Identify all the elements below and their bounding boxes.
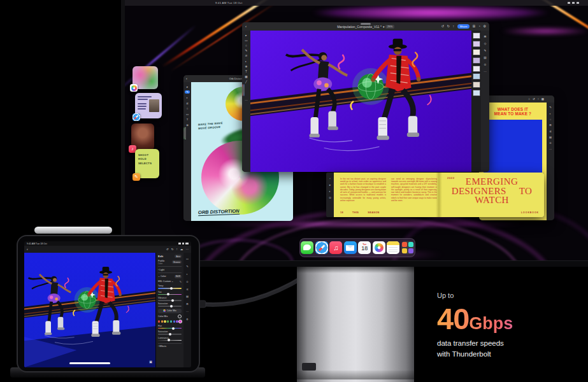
toolbar-icon[interactable]: ○ bbox=[528, 97, 530, 101]
nav-icon[interactable]: ☁ bbox=[180, 248, 183, 251]
temp-slider[interactable]: Temp bbox=[158, 285, 182, 290]
layer-thumbnail[interactable] bbox=[473, 81, 480, 88]
tool-icon[interactable]: ✎ bbox=[185, 90, 190, 94]
target-icon[interactable] bbox=[178, 315, 182, 318]
safari-icon[interactable] bbox=[315, 241, 328, 254]
toolbar-icon[interactable]: ◔ bbox=[478, 24, 480, 28]
wifi-icon[interactable] bbox=[568, 2, 570, 4]
color-mix-dot[interactable] bbox=[170, 320, 172, 323]
hue-slider[interactable]: Hue bbox=[158, 325, 182, 330]
tool-icon[interactable]: ≋ bbox=[245, 54, 248, 57]
color-mix-dot[interactable] bbox=[167, 320, 169, 323]
mail-icon[interactable] bbox=[344, 241, 357, 254]
layer-thumbnail[interactable] bbox=[473, 66, 480, 72]
panel-icon[interactable]: ⊞ bbox=[484, 35, 487, 38]
layer-thumbnail[interactable] bbox=[473, 73, 480, 80]
app-library-icon[interactable] bbox=[401, 241, 414, 254]
tool-icon[interactable]: ▭ bbox=[186, 257, 189, 260]
lightroom-photo-canvas[interactable]: ▣ bbox=[24, 253, 155, 367]
history-icon[interactable]: ↑ bbox=[453, 24, 455, 28]
tool-icon[interactable]: ▸ bbox=[185, 85, 190, 88]
light-section[interactable]: › Light bbox=[158, 269, 182, 271]
history-icon[interactable]: ↻ bbox=[447, 24, 450, 28]
layers-panel[interactable] bbox=[471, 31, 481, 172]
color-mix-dot[interactable] bbox=[164, 320, 166, 323]
home-indicator[interactable] bbox=[69, 362, 110, 364]
safari-clipping[interactable] bbox=[135, 93, 162, 118]
tool-icon[interactable]: ◐ bbox=[187, 272, 189, 276]
back-icon[interactable]: ‹ bbox=[186, 76, 187, 80]
nav-icon[interactable]: ↺ bbox=[166, 248, 169, 251]
eyedropper-icon[interactable]: ✎ bbox=[180, 280, 182, 283]
effects-section[interactable]: › Effects bbox=[158, 345, 182, 348]
tool-icon[interactable]: ✎ bbox=[549, 106, 552, 109]
tool-icon[interactable]: ⋯ bbox=[549, 148, 552, 151]
calendar-icon[interactable]: Tue 18 bbox=[358, 241, 371, 254]
color-mix-dot[interactable] bbox=[179, 320, 182, 323]
vibrance-slider[interactable]: Vibrance bbox=[158, 297, 182, 302]
tool-icon[interactable]: ⊞ bbox=[549, 124, 552, 127]
tool-icon[interactable]: ▤ bbox=[186, 295, 189, 298]
tool-icon[interactable]: ▸ bbox=[329, 183, 331, 187]
notes-clipping[interactable]: SHOOT HOLD SELECTS ✎ bbox=[135, 149, 159, 178]
nav-icon[interactable]: ↑ bbox=[176, 248, 178, 251]
nav-icon[interactable]: ⋯ bbox=[185, 248, 189, 251]
tool-icon[interactable]: ▭ bbox=[185, 113, 190, 116]
notes-icon[interactable] bbox=[387, 241, 399, 254]
toolbar-icon[interactable]: ↺ bbox=[533, 97, 535, 101]
photoshop-panel-rail[interactable]: ⊞◇✎▤⊙⋯ bbox=[481, 31, 489, 172]
color-mix-dot[interactable] bbox=[161, 320, 163, 323]
tool-icon[interactable]: ◐ bbox=[185, 96, 190, 99]
window-grabber[interactable] bbox=[361, 23, 371, 25]
tool-icon[interactable]: ✎ bbox=[186, 265, 189, 268]
tool-icon[interactable]: ⊙ bbox=[549, 141, 552, 145]
tool-icon[interactable]: ◐ bbox=[329, 190, 331, 193]
tool-icon[interactable]: ⊞ bbox=[186, 302, 189, 306]
poster-tool-rail[interactable]: ✎◐○⊞≋▤⊙⋯ bbox=[547, 103, 554, 220]
battery-icon[interactable] bbox=[577, 2, 579, 4]
layer-thumbnail[interactable] bbox=[473, 57, 480, 64]
color-mix-dot[interactable] bbox=[173, 320, 175, 323]
tool-icon[interactable]: ▸ bbox=[245, 34, 247, 37]
tool-icon[interactable]: ⊙ bbox=[186, 280, 189, 283]
tool-icon[interactable]: ╱ bbox=[245, 80, 247, 83]
photoshop-window[interactable]: ‹ Manipulation_Composite_V11 * ▾ 25% ↺↻↑… bbox=[242, 22, 489, 172]
photos-clipping[interactable] bbox=[133, 66, 158, 89]
panel-icon[interactable]: ✎ bbox=[484, 49, 487, 52]
control-center-icon[interactable] bbox=[572, 2, 575, 4]
panel-icon[interactable]: ◇ bbox=[484, 42, 487, 45]
music-icon[interactable]: ♫ bbox=[329, 241, 342, 254]
tool-icon[interactable]: ⊕ bbox=[245, 65, 248, 68]
tool-icon[interactable]: ◐ bbox=[245, 60, 247, 63]
browse-button[interactable]: Browse bbox=[172, 260, 182, 264]
tool-icon[interactable]: ✎ bbox=[245, 49, 248, 52]
panel-icon[interactable]: ▤ bbox=[484, 56, 486, 59]
tool-icon[interactable]: ▦ bbox=[245, 75, 247, 78]
toolbar-icon[interactable]: ▦ bbox=[541, 97, 544, 101]
music-clipping[interactable]: ♪ bbox=[131, 124, 154, 150]
toolbar-icon[interactable]: ⚙ bbox=[483, 24, 486, 28]
tool-icon[interactable]: ≋ bbox=[549, 130, 552, 133]
back-icon[interactable]: ‹ bbox=[27, 247, 28, 251]
toolbar-icon[interactable]: ⊞ bbox=[473, 24, 475, 28]
toolbar-icon[interactable]: ↑ bbox=[538, 97, 539, 101]
magazine-tool-rail[interactable]: ‹▸◐⊙ bbox=[326, 173, 334, 217]
tool-icon[interactable]: ▭ bbox=[245, 39, 247, 42]
color-mix-dot[interactable] bbox=[158, 320, 160, 323]
auto-button[interactable]: Auto bbox=[175, 255, 182, 258]
tint-slider[interactable]: Tint bbox=[158, 291, 182, 296]
layer-thumbnail[interactable] bbox=[473, 90, 480, 96]
tool-icon[interactable]: ⊕ bbox=[185, 124, 190, 127]
back-icon[interactable]: ‹ bbox=[245, 24, 247, 28]
photoshop-toolbar[interactable]: ▸▭○✎≋◐⊕T▦╱ ⋯ bbox=[242, 31, 250, 172]
zoom-level-badge[interactable]: 25% bbox=[385, 25, 394, 29]
tool-icon[interactable]: ⊙ bbox=[329, 196, 331, 199]
background-color-swatch[interactable] bbox=[243, 84, 245, 96]
tool-icon[interactable]: ⚙ bbox=[186, 318, 189, 321]
layer-thumbnail[interactable] bbox=[473, 32, 480, 39]
mode-dropdown[interactable]: Custom bbox=[163, 280, 171, 283]
tool-icon[interactable]: ○ bbox=[550, 118, 552, 121]
layer-thumbnail[interactable] bbox=[473, 49, 480, 55]
luminance-slider[interactable]: Luminance bbox=[158, 337, 182, 342]
fresco-toolbar[interactable]: ▸✎◐≋○▭T⊕ bbox=[183, 82, 191, 221]
